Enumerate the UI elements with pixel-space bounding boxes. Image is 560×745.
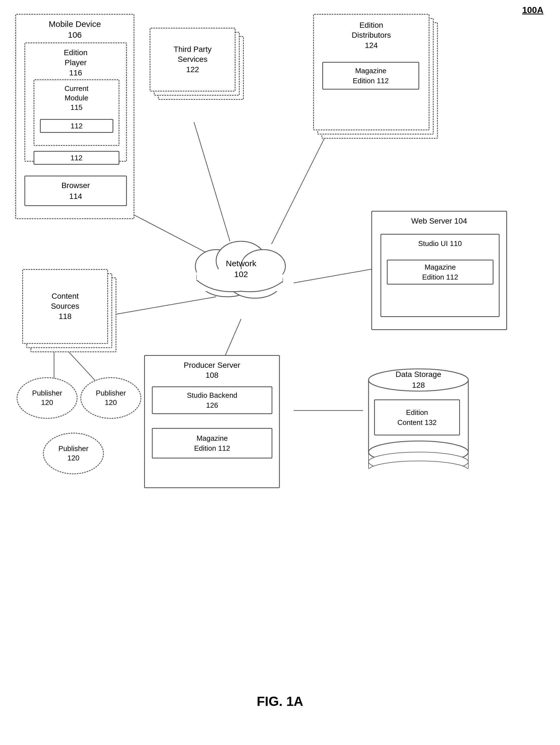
- publisher2-ellipse: Publisher120: [80, 377, 141, 419]
- edition-content-box: EditionContent 132: [374, 399, 460, 435]
- ed-magazine-edition-box: MagazineEdition 112: [322, 62, 419, 90]
- studio-backend-box: Studio Backend126: [152, 386, 272, 414]
- studio-ui-box: Studio UI 110 MagazineEdition 112: [380, 234, 500, 317]
- third-party-label: Third PartyServices122: [154, 44, 231, 75]
- producer-server-box: Producer Server108 Studio Backend126 Mag…: [144, 355, 280, 488]
- data-storage-group: Data Storage128 EditionContent 132: [366, 363, 471, 469]
- web-server-label: Web Server 104: [372, 216, 506, 226]
- edition-distributors-label: EditionDistributors124: [314, 20, 429, 51]
- publisher3-ellipse: Publisher120: [43, 433, 104, 474]
- current-module-label: CurrentModule115: [34, 84, 118, 112]
- mobile-device-box: Mobile Device106 EditionPlayer116 Curren…: [15, 14, 134, 219]
- reference-label: 100A: [522, 5, 544, 15]
- edition-player-box: EditionPlayer116 CurrentModule115 112 11…: [24, 42, 127, 162]
- studio-ui-label: Studio UI 110: [381, 239, 499, 249]
- network-cloud: Network102: [188, 222, 294, 305]
- ps-magazine-edition-box: MagazineEdition 112: [152, 428, 272, 458]
- producer-server-label: Producer Server108: [145, 360, 279, 381]
- edition-player-label: EditionPlayer116: [25, 48, 126, 78]
- content-sources-label: ContentSources118: [27, 291, 103, 321]
- publisher1-ellipse: Publisher120: [16, 377, 78, 419]
- current-module-box: CurrentModule115 112: [34, 79, 119, 146]
- ws-magazine-edition-box: MagazineEdition 112: [387, 260, 493, 285]
- module-112a-box: 112: [40, 119, 113, 133]
- figure-label: FIG. 1A: [256, 694, 303, 709]
- data-storage-cylinder: Data Storage128 EditionContent 132: [366, 363, 471, 469]
- web-server-box: Web Server 104 Studio UI 110 MagazineEdi…: [371, 211, 507, 330]
- edition-distributors-box: EditionDistributors124 MagazineEdition 1…: [313, 14, 429, 130]
- diagram: 100A Mobile Device106 EditionPlayer116 C…: [0, 0, 560, 745]
- third-party-box: Third PartyServices122: [150, 28, 236, 92]
- content-sources-box: ContentSources118: [22, 269, 108, 344]
- network-label: Network102: [188, 258, 294, 280]
- module-112b-box: 112: [34, 151, 119, 165]
- mobile-device-label: Mobile Device106: [16, 19, 134, 40]
- browser-box: Browser114: [24, 175, 127, 206]
